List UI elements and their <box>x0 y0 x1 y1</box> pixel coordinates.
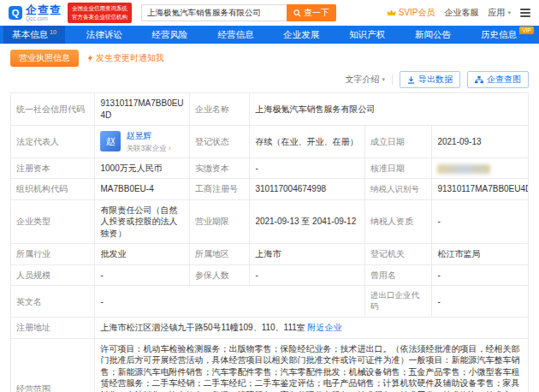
vip-badge: VIP <box>519 27 533 34</box>
tab-label: 企业发展 <box>283 29 319 41</box>
export-data-button[interactable]: 导出数据 <box>400 71 460 88</box>
apps-label: 应用 <box>488 7 505 19</box>
caret-down-icon: ▾ <box>507 9 511 16</box>
toolbar-divider <box>392 74 393 85</box>
import-export-code-value: - <box>432 286 529 318</box>
address-text: 上海市松江区泗泾镇九干路50号11幢109、110、111室 <box>100 323 305 332</box>
menu-icon[interactable] <box>520 9 530 17</box>
table-row: 所属行业 批发业 所属地区 上海市 登记机关 松江市监局 <box>11 244 529 265</box>
blurred-value <box>437 164 490 174</box>
table-row: 组织机构代码 MA7BB0EU-4 工商注册号 310117004674998 … <box>11 179 529 200</box>
tab-business-info[interactable]: 经营信息 <box>209 26 262 44</box>
org-code-label: 组织机构代码 <box>11 179 95 200</box>
tab-history[interactable]: 历史信息 VIP <box>472 26 536 44</box>
arrow-right-icon: › <box>169 144 171 152</box>
section-tab-business-license[interactable]: 营业执照信息 <box>10 50 79 67</box>
tab-label: 经营风险 <box>152 29 188 41</box>
search-button[interactable]: 查一下 <box>287 4 336 21</box>
reg-status-value: 存续（在业、开业、在册） <box>250 126 365 158</box>
est-date-value: 2021-09-13 <box>432 126 529 158</box>
reg-authority-value: 松江市监局 <box>432 244 529 265</box>
tab-label: 基本信息 <box>12 29 48 41</box>
legal-rep-label: 法定代表人 <box>11 126 95 158</box>
text-intro-dropdown[interactable]: 文字介绍 ▾ <box>345 74 385 86</box>
slogan-line1: 全国企业信用查询系统 <box>72 4 127 13</box>
legal-rep-cell: 赵 赵昱辉 关联3家企业 › <box>100 130 184 153</box>
section-header: 营业执照信息 发生变更时通知我 <box>10 50 529 67</box>
lightning-icon <box>87 54 93 62</box>
table-row: 统一社会信用代码 91310117MA7BB0EU4D 企业名称 上海极氪汽车销… <box>11 93 529 126</box>
former-name-value: - <box>432 264 529 286</box>
address-value: 上海市松江区泗泾镇九干路50号11幢109、110、111室 附近企业 <box>95 318 529 339</box>
search-button-label: 查一下 <box>304 7 329 19</box>
english-name-value: - <box>95 286 365 318</box>
taxpayer-id-value: 91310117MA7BB0EU4D <box>432 179 529 200</box>
tab-label: 历史信息 <box>481 29 517 41</box>
business-license-table: 统一社会信用代码 91310117MA7BB0EU4D 企业名称 上海极氪汽车销… <box>10 92 529 392</box>
region-value: 上海市 <box>250 244 365 265</box>
tab-label: 知识产权 <box>349 29 385 41</box>
address-label: 注册地址 <box>11 318 95 339</box>
tab-label: 新闻公告 <box>415 29 451 41</box>
paid-capital-label: 实缴资本 <box>190 157 250 179</box>
business-scope-value: 许可项目：机动车检验检测服务；出版物零售；保险经纪业务；技术进出口。（依法须经批… <box>95 338 529 392</box>
qcc-logo[interactable]: Q 企查查 Qcc.com <box>9 4 62 21</box>
credit-code-value: 91310117MA7BB0EU4D <box>95 93 190 126</box>
table-row: 注册地址 上海市松江区泗泾镇九干路50号11幢109、110、111室 附近企业 <box>11 318 529 339</box>
slogan-line2: 官方备案企业征信机构 <box>72 13 127 21</box>
credit-code-label: 统一社会信用代码 <box>11 93 95 126</box>
table-row: 企业类型 有限责任公司（自然人投资或控股的法人独资） 营业期限 2021-09-… <box>11 199 529 244</box>
import-export-code-label: 进出口企业代码 <box>365 286 432 318</box>
former-name-label: 曾用名 <box>365 264 432 286</box>
company-graph-button[interactable]: 企查查图 <box>467 71 529 88</box>
taxpayer-quality-label: 纳税人资质 <box>365 199 432 244</box>
logo-domain: Qcc.com <box>26 15 62 21</box>
english-name-label: 英文名 <box>11 286 95 318</box>
table-row: 注册资本 1000万元人民币 实缴资本 - 核准日期 <box>11 157 529 179</box>
apps-menu[interactable]: 应用 ▾ <box>488 7 511 19</box>
reg-number-value: 310117004674998 <box>250 179 365 200</box>
customer-service-link[interactable]: 企业客服 <box>444 7 478 19</box>
tab-basic-info[interactable]: 基本信息 10 <box>3 26 65 44</box>
text-intro-label: 文字介绍 <box>345 74 379 86</box>
related-companies-label: 关联3家企业 <box>126 144 166 152</box>
company-type-value: 有限责任公司（自然人投资或控股的法人独资） <box>95 199 190 244</box>
approval-date-value <box>432 157 529 179</box>
industry-value: 批发业 <box>95 244 190 265</box>
tab-count-badge: 10 <box>50 29 56 35</box>
business-term-value: 2021-09-13 至 2041-09-12 <box>250 199 365 244</box>
logo-title: 企查查 <box>26 4 62 15</box>
staff-size-label: 人员规模 <box>11 264 95 286</box>
table-row: 法定代表人 赵 赵昱辉 关联3家企业 › 登记状态 存续（在业、开业、在册） 成… <box>11 126 529 158</box>
nearby-companies-link[interactable]: 附近企业 <box>308 323 342 332</box>
taxpayer-quality-value: - <box>432 199 529 244</box>
tab-news[interactable]: 新闻公告 <box>406 26 459 44</box>
reg-capital-label: 注册资本 <box>11 157 95 179</box>
legal-rep-name-link[interactable]: 赵昱辉 <box>126 130 170 142</box>
change-notify-link[interactable]: 发生变更时通知我 <box>87 52 164 64</box>
tab-legal-litigation[interactable]: 法律诉讼 <box>78 26 131 44</box>
related-companies-link[interactable]: 关联3家企业 › <box>126 144 170 153</box>
tab-business-risk[interactable]: 经营风险 <box>144 26 197 44</box>
reg-number-label: 工商注册号 <box>190 179 250 200</box>
download-icon <box>407 76 415 84</box>
tab-intellectual-property[interactable]: 知识产权 <box>341 26 394 44</box>
search-bar: 查一下 <box>141 4 336 21</box>
company-type-label: 企业类型 <box>11 199 95 244</box>
search-input[interactable] <box>141 4 287 21</box>
region-label: 所属地区 <box>190 244 250 265</box>
graph-label: 企查查图 <box>487 74 521 86</box>
approval-date-label: 核准日期 <box>365 157 432 179</box>
tab-company-development[interactable]: 企业发展 <box>275 26 328 44</box>
tab-label: 经营信息 <box>217 29 253 41</box>
svip-link[interactable]: SVIP会员 <box>387 7 435 19</box>
top-right-links: SVIP会员 企业客服 应用 ▾ <box>387 7 530 19</box>
table-row: 英文名 - 进出口企业代码 - <box>11 286 529 318</box>
org-chart-icon <box>475 76 483 84</box>
business-term-label: 营业期限 <box>190 199 250 244</box>
tab-label: 法律诉讼 <box>86 29 122 41</box>
insured-count-label: 参保人数 <box>190 264 250 286</box>
caret-down-icon: ▾ <box>382 76 385 83</box>
legal-rep-avatar[interactable]: 赵 <box>100 131 121 151</box>
search-icon <box>293 9 301 17</box>
